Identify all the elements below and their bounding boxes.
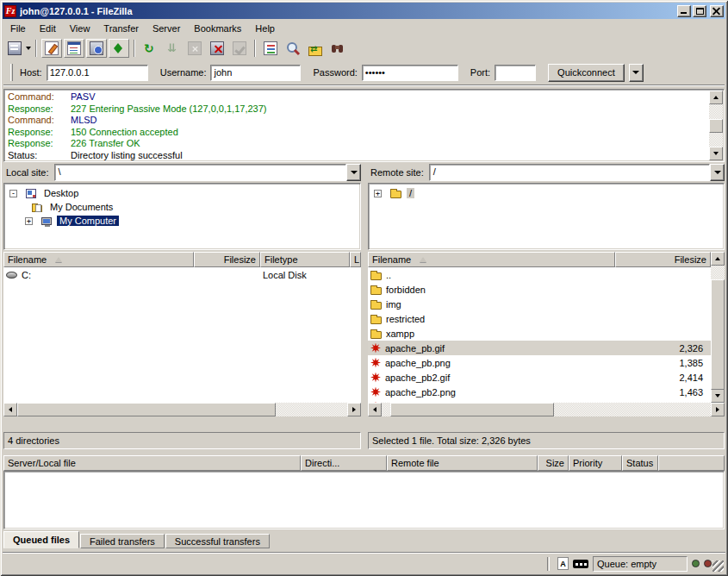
queue-column-remote-file[interactable]: Remote file — [387, 455, 538, 471]
tree-label: My Documents — [47, 202, 115, 212]
filesize-cell: 2,326 — [615, 343, 706, 354]
tree-expander-plus[interactable]: + — [374, 190, 382, 197]
synchronized-browsing-button[interactable] — [305, 39, 326, 58]
file-row-apache-pb2-gif[interactable]: apache_pb2.gif2,414 — [368, 370, 711, 385]
file-row-item[interactable]: .. — [368, 267, 711, 282]
toggle-transfer-queue-button[interactable] — [109, 39, 129, 58]
scrollbar-track[interactable] — [382, 403, 711, 416]
site-manager-button[interactable] — [8, 39, 31, 58]
queue-column-server-local-file[interactable]: Server/Local file — [3, 455, 301, 471]
menu-item-transfer[interactable]: Transfer — [96, 22, 146, 35]
toggle-message-log-button[interactable] — [41, 39, 62, 58]
tree-expander-minus[interactable]: - — [9, 190, 17, 197]
scroll-right-button[interactable] — [711, 403, 725, 416]
file-row-c[interactable]: C:Local Disk — [3, 267, 361, 282]
minimize-button[interactable] — [677, 5, 691, 17]
queue-column-status[interactable]: Status — [622, 455, 658, 471]
filter-button[interactable] — [260, 39, 281, 58]
quickconnect-button[interactable]: Quickconnect — [548, 64, 625, 82]
remote-horizontal-scrollbar[interactable] — [368, 403, 725, 416]
maximize-button[interactable] — [693, 5, 706, 17]
queue-column-size[interactable]: Size — [538, 455, 569, 471]
scroll-left-button[interactable] — [368, 403, 382, 416]
tree-item-my-documents[interactable]: My Documents — [4, 200, 360, 214]
local-column-filetype[interactable]: Filetype — [260, 252, 350, 267]
message-log-scrollbar[interactable] — [709, 91, 723, 160]
menu-item-edit[interactable]: Edit — [33, 22, 63, 35]
file-row-forbidden[interactable]: forbidden — [368, 282, 711, 297]
local-site-value[interactable]: \ — [54, 164, 346, 181]
remote-site-combo[interactable]: / — [429, 164, 725, 181]
local-column-filesize[interactable]: Filesize — [194, 252, 260, 267]
scroll-left-button[interactable] — [3, 403, 17, 416]
remote-column-filename[interactable]: Filename — [368, 252, 615, 267]
scrollbar-thumb[interactable] — [17, 403, 276, 416]
process-queue-button[interactable] — [162, 39, 183, 58]
queue-column-priority[interactable]: Priority — [569, 455, 622, 471]
file-search-button[interactable] — [283, 39, 303, 58]
tree-item-my-computer[interactable]: +My Computer — [4, 214, 360, 228]
cancel-button[interactable] — [184, 39, 205, 58]
tab-queued-files[interactable]: Queued files — [3, 531, 79, 548]
my-computer-icon — [41, 217, 52, 225]
port-input[interactable] — [495, 65, 536, 81]
remote-site-dropdown-button[interactable] — [710, 164, 725, 181]
password-input[interactable] — [362, 65, 458, 81]
scrollbar-track[interactable] — [709, 104, 723, 147]
menu-item-view[interactable]: View — [63, 22, 97, 35]
menu-item-help[interactable]: Help — [248, 22, 282, 35]
remote-site-value[interactable]: / — [429, 164, 710, 181]
queue-column-empty[interactable] — [658, 455, 725, 471]
file-row-img[interactable]: img — [368, 297, 711, 311]
local-horizontal-scrollbar[interactable] — [3, 403, 361, 416]
toggle-local-tree-icon — [67, 41, 81, 55]
toggle-local-tree-button[interactable] — [64, 39, 84, 58]
reconnect-button[interactable] — [229, 39, 250, 58]
tab-successful-transfers[interactable]: Successful transfers — [165, 534, 270, 548]
local-column-last-modified[interactable]: L — [350, 252, 361, 267]
tree-expander-plus[interactable]: + — [25, 217, 33, 225]
refresh-button[interactable] — [140, 39, 160, 58]
scroll-right-button[interactable] — [347, 403, 361, 416]
close-button[interactable] — [710, 5, 724, 17]
filename-cell: apache_pb2.png — [368, 387, 615, 398]
username-input[interactable] — [210, 65, 301, 81]
scrollbar-track[interactable] — [711, 266, 725, 389]
scrollbar-thumb[interactable] — [711, 279, 725, 390]
tree-item-item[interactable]: +/ — [369, 186, 724, 200]
scroll-down-button[interactable] — [711, 389, 725, 403]
remote-vertical-scrollbar[interactable] — [711, 252, 725, 403]
quickconnect-dropdown-button[interactable] — [629, 64, 644, 82]
file-search-icon — [286, 41, 300, 55]
scroll-up-button[interactable] — [709, 91, 723, 104]
scrollbar-thumb[interactable] — [390, 403, 554, 416]
menu-item-bookmarks[interactable]: Bookmarks — [187, 22, 248, 35]
tree-item-desktop[interactable]: -Desktop — [4, 186, 360, 200]
file-row-apache-pb-gif[interactable]: apache_pb.gif2,326 — [368, 341, 711, 355]
tab-failed-transfers[interactable]: Failed transfers — [80, 534, 165, 548]
local-column-filename[interactable]: Filename — [3, 252, 194, 267]
resize-grip[interactable] — [712, 560, 724, 572]
menu-item-file[interactable]: File — [3, 22, 33, 35]
toggle-remote-tree-button[interactable] — [86, 39, 107, 58]
host-input[interactable] — [47, 65, 148, 81]
status-bar: A Queue: empty — [3, 553, 725, 573]
file-row-apache-pb2-png[interactable]: apache_pb2.png1,463 — [368, 385, 711, 399]
menu-item-server[interactable]: Server — [146, 22, 187, 35]
local-site-dropdown-button[interactable] — [346, 164, 361, 181]
queue-column-directi[interactable]: Directi... — [301, 455, 387, 471]
disconnect-button[interactable] — [207, 39, 227, 58]
filename-text: restricted — [386, 314, 425, 324]
local-site-combo[interactable]: \ — [54, 164, 361, 181]
scroll-down-button[interactable] — [709, 147, 723, 160]
scrollbar-thumb[interactable] — [709, 119, 723, 133]
scroll-up-button[interactable] — [711, 252, 725, 266]
statusbar-divider — [547, 557, 550, 571]
remote-column-filesize[interactable]: Filesize — [615, 252, 711, 267]
file-row-xampp[interactable]: xampp — [368, 326, 711, 341]
directory-comparison-button[interactable] — [327, 39, 348, 58]
file-row-restricted[interactable]: restricted — [368, 311, 711, 326]
dropdown-caret-icon[interactable] — [26, 47, 31, 50]
file-row-apache-pb-png[interactable]: apache_pb.png1,385 — [368, 355, 711, 370]
scrollbar-track[interactable] — [17, 403, 347, 416]
